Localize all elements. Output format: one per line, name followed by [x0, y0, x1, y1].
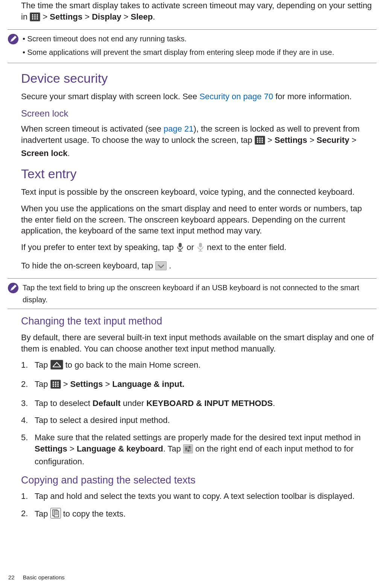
svg-rect-24 — [199, 243, 202, 247]
link-security-page-70[interactable]: Security on page 70 — [199, 92, 273, 101]
page-footer: 22 Basic operations — [8, 574, 65, 581]
svg-rect-7 — [32, 18, 33, 20]
language-keyboard-label: Language & keyboard — [77, 444, 163, 453]
footer-section: Basic operations — [23, 574, 65, 580]
sliders-settings-icon — [183, 444, 193, 456]
text: or — [187, 242, 196, 252]
text: . Tap — [163, 444, 183, 453]
language-input-label: Language & input. — [112, 379, 185, 389]
display-label: Display — [92, 12, 121, 21]
svg-rect-30 — [53, 367, 61, 367]
svg-rect-20 — [261, 141, 263, 143]
svg-rect-3 — [37, 14, 38, 16]
svg-rect-40 — [57, 385, 59, 387]
note-text: Screen timeout does not end any running … — [23, 33, 374, 60]
text: under — [121, 399, 147, 408]
svg-rect-39 — [55, 385, 56, 387]
document-page: The time the smart display takes to acti… — [0, 0, 384, 588]
svg-rect-36 — [55, 383, 56, 385]
svg-rect-13 — [259, 138, 261, 139]
paragraph: By default, there are several built-in t… — [21, 332, 374, 354]
breadcrumb-sep: > — [121, 12, 131, 21]
settings-label: Settings — [50, 12, 82, 21]
mic-dark-icon — [176, 242, 184, 255]
heading-screen-lock: Screen lock — [21, 108, 374, 120]
breadcrumb-sep: > — [82, 12, 92, 21]
svg-rect-9 — [37, 18, 38, 20]
svg-rect-22 — [180, 249, 181, 251]
svg-rect-34 — [57, 382, 59, 383]
link-page-21[interactable]: page 21 — [164, 124, 194, 133]
heading-copying-pasting: Copying and pasting the selected texts — [21, 473, 374, 487]
apps-grid-icon — [255, 136, 265, 148]
note-bullet: Screen timeout does not end any running … — [23, 33, 371, 45]
copy-icon — [50, 508, 61, 521]
settings-label: Settings — [70, 379, 103, 389]
svg-rect-35 — [53, 383, 54, 385]
text: Tap to deselect — [35, 399, 93, 408]
svg-rect-27 — [156, 261, 167, 270]
svg-rect-12 — [257, 138, 258, 139]
breadcrumb-sep: > — [349, 135, 357, 145]
text: . — [169, 261, 171, 270]
text: Tap — [35, 509, 50, 518]
settings-label: Settings — [35, 444, 67, 453]
note-bullet: Some applications will prevent the smart… — [23, 46, 371, 58]
text: for more information. — [273, 92, 352, 101]
breadcrumb-sep: > — [307, 135, 317, 145]
svg-rect-33 — [55, 382, 56, 383]
hide-keyboard-icon — [155, 261, 167, 273]
text: Make sure that the related settings are … — [35, 433, 361, 442]
svg-rect-17 — [261, 139, 263, 141]
keyboard-input-methods-label: KEYBOARD & INPUT METHODS — [146, 399, 273, 408]
svg-rect-45 — [185, 448, 187, 450]
screen-lock-label: Screen lock — [21, 149, 68, 158]
svg-rect-6 — [37, 16, 38, 18]
pencil-note-icon — [8, 282, 19, 294]
svg-rect-50 — [54, 511, 59, 517]
svg-rect-4 — [32, 16, 33, 18]
text: To hide the on-screen keyboard, tap — [21, 261, 155, 270]
intro-paragraph: The time the smart display takes to acti… — [21, 0, 374, 24]
note-block: Tap the text field to bring up the onscr… — [8, 278, 376, 309]
breadcrumb-sep: > — [67, 444, 77, 453]
list-item: Tap to select a desired input method. — [21, 415, 374, 426]
text: Tap — [35, 379, 50, 389]
text: . — [68, 149, 70, 158]
svg-rect-8 — [34, 18, 36, 20]
paragraph: To hide the on-screen keyboard, tap . — [21, 260, 374, 273]
svg-rect-32 — [53, 382, 54, 383]
svg-rect-25 — [200, 249, 201, 251]
svg-rect-29 — [50, 360, 63, 370]
apps-grid-icon — [50, 380, 61, 392]
svg-rect-2 — [34, 14, 36, 16]
breadcrumb-sep: > — [63, 379, 70, 389]
svg-rect-43 — [189, 446, 190, 448]
steps-list: Tap and hold and select the texts you wa… — [21, 491, 374, 521]
sleep-label: Sleep — [131, 12, 153, 21]
svg-rect-18 — [257, 141, 258, 143]
svg-rect-37 — [57, 383, 59, 385]
paragraph: When screen timeout is activated (see pa… — [21, 123, 374, 159]
svg-rect-5 — [34, 16, 36, 18]
svg-rect-26 — [199, 251, 202, 252]
note-text: Tap the text field to bring up the onscr… — [23, 282, 374, 306]
text: Tap — [35, 360, 50, 370]
text: . — [273, 399, 275, 408]
list-item: Tap to go back to the main Home screen. — [21, 359, 374, 373]
pencil-note-icon — [8, 33, 19, 45]
svg-rect-16 — [259, 139, 261, 141]
svg-rect-19 — [259, 141, 261, 143]
heading-text-entry: Text entry — [21, 165, 374, 183]
list-item: Make sure that the related settings are … — [21, 432, 374, 467]
breadcrumb-sep: > — [42, 12, 50, 21]
page-number: 22 — [8, 574, 15, 580]
apps-grid-icon — [30, 12, 40, 24]
paragraph: When you use the applications on the sma… — [21, 203, 374, 236]
list-item: Tap > Settings > Language & input. — [21, 379, 374, 392]
heading-device-security: Device security — [21, 70, 374, 87]
svg-rect-38 — [53, 385, 54, 387]
list-item: Tap to deselect Default under KEYBOARD &… — [21, 398, 374, 409]
settings-label: Settings — [275, 135, 307, 145]
home-icon — [50, 360, 63, 373]
